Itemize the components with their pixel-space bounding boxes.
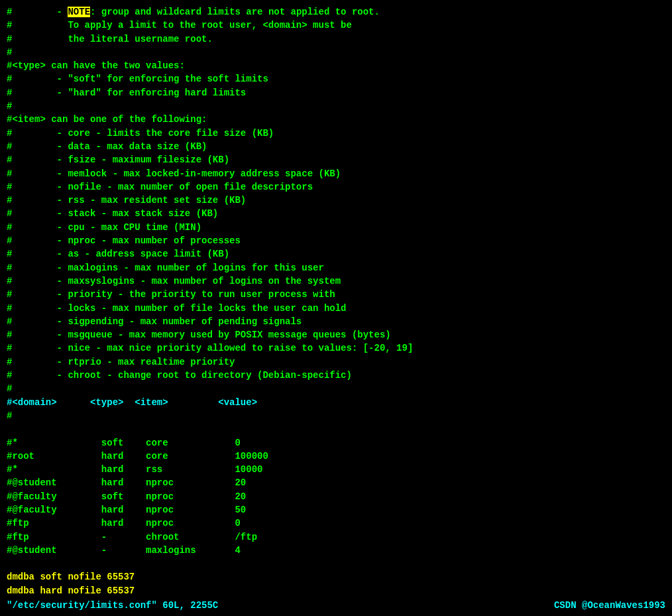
- file-info: "/etc/security/limits.conf" 60L, 2255C: [7, 600, 218, 611]
- code-content: # - NOTE: group and wildcard limits are …: [7, 5, 665, 597]
- line-33: #* soft core 0: [7, 438, 241, 448]
- watermark: CSDN @OceanWaves1993: [554, 600, 665, 611]
- line-36: #@student hard nproc 20: [7, 477, 246, 488]
- line-30: #<domain> <type> <item> <value>: [7, 397, 257, 408]
- line-44: dmdba hard nofile 65537: [7, 585, 135, 596]
- line-38: #@faculty hard nproc 50: [7, 505, 246, 515]
- line-13: # - memlock - max locked-in-memory addre…: [7, 168, 341, 179]
- line-11: # - data - max data size (KB): [7, 141, 207, 152]
- line-4: #: [7, 47, 12, 58]
- line-21: # - maxsyslogins - max number of logins …: [7, 276, 341, 286]
- line-37: #@faculty soft nproc 20: [7, 491, 246, 502]
- line-24: # - sigpending - max number of pending s…: [7, 316, 302, 327]
- line-8: #: [7, 101, 12, 111]
- line-35: #* hard rss 10000: [7, 464, 262, 475]
- line-18: # - nproc - max number of processes: [7, 235, 241, 246]
- line-16: # - stack - max stack size (KB): [7, 208, 218, 219]
- code-pre: # - NOTE: group and wildcard limits are …: [7, 5, 665, 597]
- line-10: # - core - limits the core file size (KB…: [7, 128, 274, 139]
- line-34: #root hard core 100000: [7, 451, 268, 462]
- line-2: # To apply a limit to the root user, <do…: [7, 20, 352, 31]
- line-3: # the literal username root.: [7, 34, 213, 44]
- line-39: #ftp hard nproc 0: [7, 518, 241, 528]
- line-41: #@student - maxlogins 4: [7, 545, 241, 556]
- line-43: dmdba soft nofile 65537: [7, 572, 135, 582]
- line-20: # - maxlogins - max number of logins for…: [7, 263, 324, 273]
- line-26: # - nice - max nice priority allowed to …: [7, 343, 413, 353]
- terminal-window: # - NOTE: group and wildcard limits are …: [7, 5, 665, 611]
- line-14: # - nofile - max number of open file des…: [7, 182, 313, 192]
- status-bar: "/etc/security/limits.conf" 60L, 2255C C…: [7, 600, 665, 611]
- line-6: # - "soft" for enforcing the soft limits: [7, 74, 268, 84]
- line-22: # - priority - the priority to run user …: [7, 289, 335, 300]
- line-25: # - msgqueue - max memory used by POSIX …: [7, 330, 391, 340]
- line-23: # - locks - max number of file locks the…: [7, 303, 346, 314]
- line-1: # - NOTE: group and wildcard limits are …: [7, 7, 380, 17]
- line-7: # - "hard" for enforcing hard limits: [7, 88, 246, 98]
- line-31: #: [7, 410, 12, 421]
- line-17: # - cpu - max CPU time (MIN): [7, 222, 201, 233]
- line-40: #ftp - chroot /ftp: [7, 532, 257, 542]
- line-12: # - fsize - maximum filesize (KB): [7, 154, 229, 165]
- line-27: # - rtprio - max realtime priority: [7, 357, 235, 367]
- line-5: #<type> can have the two values:: [7, 60, 185, 71]
- line-28: # - chroot - change root to directory (D…: [7, 370, 352, 381]
- line-9: #<item> can be one of the following:: [7, 114, 207, 125]
- line-15: # - rss - max resident set size (KB): [7, 195, 246, 206]
- line-29: #: [7, 383, 12, 394]
- line-19: # - as - address space limit (KB): [7, 249, 229, 259]
